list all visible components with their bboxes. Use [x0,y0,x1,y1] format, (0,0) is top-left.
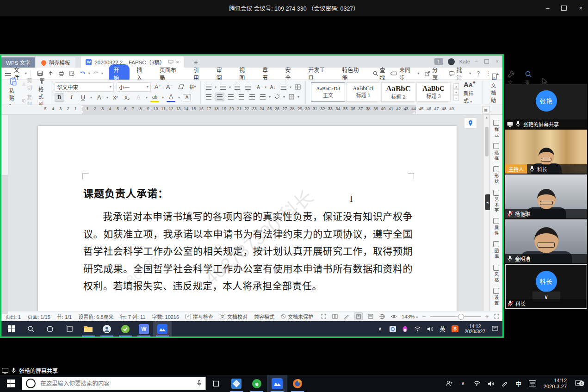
start-button[interactable] [0,375,22,392]
print-button[interactable] [58,70,64,76]
align-right-button[interactable] [226,93,235,101]
taskview-button[interactable] [206,375,226,392]
shared-tray-volume-icon[interactable] [426,326,435,332]
side-tool-1[interactable]: 选择 [493,143,500,161]
protection-status[interactable]: 文档未保护 [281,313,313,320]
subscript-button[interactable]: X₂ [123,93,131,101]
system-clock[interactable]: 14:12 2020-3-27 [542,378,569,390]
fit-page-button[interactable] [493,313,501,320]
action-center-button[interactable]: 1 [573,380,584,387]
wps-restore-icon[interactable] [484,59,489,64]
wps-minimize-icon[interactable]: – [475,58,478,65]
shared-clock[interactable]: 14:12 2020/3/27 [463,324,488,334]
page-view-button[interactable] [354,312,363,320]
horizontal-ruler[interactable]: 5432112345678910111213141516171819202122… [1,105,502,115]
wifi-icon[interactable] [472,381,482,386]
char-border-button[interactable]: A [183,94,191,101]
clear-format-button[interactable] [177,83,186,91]
style-chip-1[interactable]: AaBbCcI 标题 1 [346,82,380,102]
font-color-button[interactable]: A [167,93,175,102]
user-avatar[interactable] [448,58,455,65]
participant-tile-jin[interactable]: 金明浩 [505,219,587,263]
tab-template[interactable]: 稻壳模板 [36,57,75,68]
style-chip-2[interactable]: AaBbC 标题 2 [381,82,415,102]
numbered-list-button[interactable] [218,83,227,91]
insert-table-button[interactable] [293,83,302,91]
ime-indicator[interactable]: 中 [514,379,523,388]
participant-tile-sharer[interactable]: 张艳 张艳的屏幕共享 [505,84,587,129]
format-painter-button[interactable]: 格式刷 [37,77,48,107]
app-browser-360[interactable]: e [247,375,267,392]
annotate-button[interactable]: 批注▾ [449,66,471,81]
app-mail[interactable] [226,375,247,392]
two-page-view-button[interactable] [331,313,339,320]
side-tool-0[interactable]: 样式 [493,120,500,138]
shared-tray-chevron[interactable]: ∧ [376,326,385,332]
save-button[interactable] [37,70,43,76]
paste-button[interactable]: 粘贴 ▾ [7,77,19,107]
shared-app-meeting[interactable] [153,321,172,336]
zoom-knob[interactable] [458,314,464,320]
shared-taskview-button[interactable] [60,321,79,336]
styles-down-button[interactable]: ▾ [453,89,459,95]
side-tool-6[interactable]: 风格 [493,265,500,283]
document-canvas[interactable]: 402787390 科长 +86186 课题负责人承诺： 我承诺对本申请书填写的… [8,115,483,311]
print-preview-button[interactable] [69,70,75,76]
export-button[interactable] [48,70,54,76]
minimize-button[interactable]: – [546,5,549,12]
outline-view-button[interactable] [367,313,374,320]
shared-search-button[interactable] [21,321,40,336]
styles-more-button[interactable]: ≡ [453,95,459,101]
border-button[interactable] [287,93,296,101]
tray-chevron[interactable]: ∧ [458,380,468,386]
fullscreen-view-button[interactable] [320,313,327,320]
indent-marker-left[interactable] [80,106,84,112]
strikethrough-button[interactable]: A [95,93,104,101]
compat-mode[interactable]: 兼容模式 [254,313,274,320]
phonetic-guide-button[interactable]: 拼▾ [188,83,197,91]
panel-collapse-button[interactable]: ◂ [485,194,490,210]
document-page[interactable]: 402787390 科长 +86186 课题负责人承诺： 我承诺对本申请书填写的… [38,126,457,311]
search-input[interactable] [39,380,193,387]
people-icon[interactable] [445,380,454,386]
bold-button[interactable]: B [55,93,64,102]
zoom-slider[interactable] [430,316,481,317]
proofread-toggle[interactable]: 文 文档校对 [220,313,248,320]
shared-app-contact[interactable] [98,321,116,336]
spell-check-toggle[interactable]: ✓ 拼写检查 [186,313,213,320]
side-tool-5[interactable]: 图库 [493,241,500,259]
taskbar-search[interactable] [22,377,206,390]
shared-action-center-icon[interactable] [490,326,500,332]
navigation-pin-button[interactable] [464,118,477,129]
font-name-select[interactable]: 华文中宋▾ [55,82,114,92]
decrease-indent-button[interactable] [233,83,241,91]
side-tool-4[interactable]: 属性 [493,218,500,236]
increase-indent-button[interactable] [243,83,252,91]
shading-button[interactable] [272,93,281,101]
bullet-list-button[interactable] [204,83,213,91]
search-mic-icon[interactable] [197,380,202,387]
distribute-button[interactable] [248,93,256,101]
side-tool-7[interactable]: 设置 [493,288,500,306]
share-button[interactable]: 分享 [425,66,443,81]
styles-up-button[interactable]: ▴ [453,83,459,89]
user-name[interactable]: Kate [459,59,470,64]
text-direction-button[interactable]: A [254,83,263,91]
char-scale-button[interactable] [279,83,288,91]
side-tool-3[interactable]: 艺术字 [493,190,500,213]
shared-start-button[interactable] [1,321,21,336]
underline-button[interactable]: U [79,93,87,101]
superscript-button[interactable]: X² [111,93,120,101]
ime-keyboard-icon[interactable] [528,380,537,386]
vertical-ruler[interactable] [1,115,8,311]
zoom-level[interactable]: 143% ▾ [402,314,418,319]
shared-tray-ime[interactable]: 英 [438,325,447,333]
redo-button[interactable] [93,71,99,76]
decrease-font-button[interactable]: A⁻ [165,83,174,91]
sort-button[interactable]: A↓ [268,83,277,91]
increase-font-button[interactable]: A⁺ [154,83,162,91]
zoom-out-button[interactable]: − [422,313,426,320]
cut-button[interactable]: 剪切 [22,76,34,91]
italic-button[interactable]: I [67,93,76,101]
app-firefox[interactable] [287,375,308,392]
